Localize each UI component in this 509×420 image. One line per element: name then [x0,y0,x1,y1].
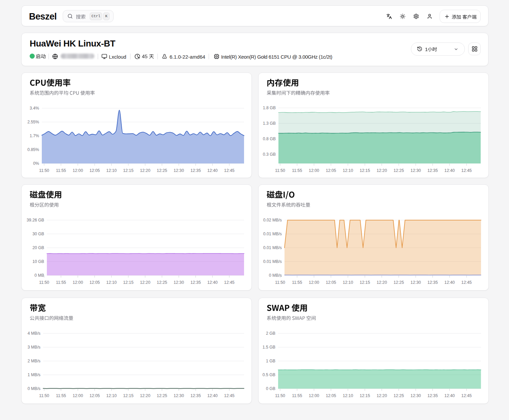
svg-text:12:20: 12:20 [377,168,387,173]
svg-text:10 GB: 10 GB [32,259,44,264]
svg-text:12:15: 12:15 [360,168,370,173]
svg-text:12:25: 12:25 [394,280,404,285]
svg-text:1.7%: 1.7% [30,133,39,138]
svg-text:0 MB: 0 MB [34,273,44,278]
svg-text:0.01 MB/s: 0.01 MB/s [263,245,282,250]
svg-text:11:50: 11:50 [275,393,285,398]
svg-text:12:25: 12:25 [157,393,167,398]
svg-text:12:25: 12:25 [157,168,167,173]
svg-text:12:05: 12:05 [89,393,100,398]
svg-text:0.01 MB/s: 0.01 MB/s [263,232,282,236]
svg-text:12:15: 12:15 [360,393,370,398]
svg-text:0.5 GB: 0.5 GB [263,372,275,377]
svg-text:0 GB: 0 GB [266,386,275,391]
svg-text:11:50: 11:50 [39,280,49,285]
svg-text:12:10: 12:10 [343,168,353,173]
svg-text:12:30: 12:30 [174,280,184,285]
svg-text:12:10: 12:10 [343,280,353,285]
svg-text:0 MB/s: 0 MB/s [28,386,40,391]
svg-text:12:40: 12:40 [444,168,455,173]
svg-text:12:30: 12:30 [174,393,184,398]
svg-text:12:15: 12:15 [360,280,370,285]
svg-text:12:35: 12:35 [427,280,438,285]
svg-text:12:30: 12:30 [411,280,421,285]
svg-text:11:55: 11:55 [56,393,66,398]
svg-text:11:50: 11:50 [39,168,49,173]
svg-text:0.3 GB: 0.3 GB [263,152,276,157]
svg-text:12:05: 12:05 [326,393,336,398]
svg-text:20 GB: 20 GB [32,245,44,250]
svg-text:12:25: 12:25 [394,168,404,173]
svg-text:1.3 GB: 1.3 GB [263,121,276,126]
svg-text:12:45: 12:45 [224,393,235,398]
svg-text:12:25: 12:25 [157,280,167,285]
svg-text:11:55: 11:55 [292,280,302,285]
svg-text:11:55: 11:55 [292,393,302,398]
svg-text:2 GB: 2 GB [266,331,275,336]
svg-text:11:55: 11:55 [56,168,66,173]
svg-text:12:35: 12:35 [190,393,201,398]
svg-text:12:40: 12:40 [207,280,218,285]
svg-text:11:55: 11:55 [56,280,66,285]
svg-text:12:00: 12:00 [309,168,319,173]
svg-text:12:45: 12:45 [224,168,235,173]
svg-text:0.01 MB/s: 0.01 MB/s [263,259,282,264]
svg-text:12:45: 12:45 [224,280,235,285]
svg-text:12:35: 12:35 [190,280,201,285]
svg-text:12:20: 12:20 [140,280,150,285]
svg-text:12:45: 12:45 [461,168,472,173]
svg-text:12:30: 12:30 [411,168,421,173]
svg-text:12:15: 12:15 [123,280,133,285]
svg-text:12:45: 12:45 [461,280,472,285]
svg-text:39.26 GB: 39.26 GB [27,218,44,222]
svg-text:12:10: 12:10 [106,280,117,285]
svg-text:12:20: 12:20 [377,393,387,398]
svg-text:2 MB/s: 2 MB/s [28,359,40,363]
svg-text:0.8 GB: 0.8 GB [263,137,276,141]
svg-text:12:20: 12:20 [377,280,387,285]
svg-text:12:30: 12:30 [174,168,184,173]
svg-text:4 MB/s: 4 MB/s [28,331,40,336]
svg-text:12:00: 12:00 [309,393,319,398]
svg-text:12:05: 12:05 [326,168,336,173]
svg-text:12:35: 12:35 [427,393,438,398]
svg-text:1 MB/s: 1 MB/s [28,372,40,377]
svg-text:12:10: 12:10 [106,393,117,398]
svg-text:12:05: 12:05 [89,168,100,173]
svg-text:12:25: 12:25 [394,393,404,398]
svg-text:12:15: 12:15 [123,393,133,398]
svg-text:12:45: 12:45 [461,393,472,398]
svg-text:12:30: 12:30 [411,393,421,398]
svg-text:12:40: 12:40 [207,168,218,173]
svg-text:12:00: 12:00 [73,393,83,398]
svg-text:12:10: 12:10 [106,168,117,173]
svg-text:12:15: 12:15 [123,168,133,173]
svg-text:11:55: 11:55 [292,168,302,173]
svg-text:12:00: 12:00 [309,280,319,285]
svg-text:12:05: 12:05 [89,280,100,285]
svg-text:11:50: 11:50 [275,280,285,285]
svg-text:12:20: 12:20 [140,168,150,173]
svg-text:2.55%: 2.55% [27,120,39,124]
svg-text:12:40: 12:40 [444,393,455,398]
svg-text:12:40: 12:40 [444,280,455,285]
svg-text:1.5 GB: 1.5 GB [263,345,275,350]
svg-text:1.8 GB: 1.8 GB [263,106,276,110]
svg-text:1 GB: 1 GB [266,359,275,363]
svg-text:12:35: 12:35 [427,168,438,173]
svg-text:0.85%: 0.85% [27,147,39,152]
svg-text:12:20: 12:20 [140,393,150,398]
svg-text:12:10: 12:10 [343,393,353,398]
svg-text:3 MB/s: 3 MB/s [28,345,40,350]
svg-text:11:50: 11:50 [39,393,49,398]
svg-text:12:00: 12:00 [73,280,83,285]
svg-text:12:35: 12:35 [190,168,201,173]
svg-text:0.02 MB/s: 0.02 MB/s [263,218,282,222]
svg-text:12:05: 12:05 [326,280,336,285]
svg-text:0%: 0% [33,161,39,166]
svg-text:3.4%: 3.4% [30,106,39,111]
svg-text:12:00: 12:00 [73,168,83,173]
svg-text:0 MB/s: 0 MB/s [269,273,282,278]
svg-text:30 GB: 30 GB [32,232,44,236]
svg-text:12:40: 12:40 [207,393,218,398]
